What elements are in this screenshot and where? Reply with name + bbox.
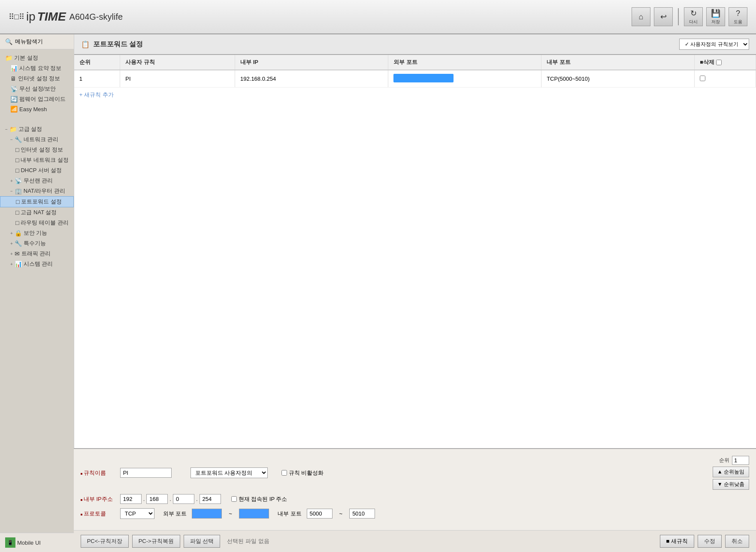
security-label: 보안 기능 [24,229,48,237]
internal-port-end[interactable] [349,509,375,519]
file-select-button[interactable]: 파일 선택 [184,535,221,548]
checkbox-icon5: □ [15,209,19,216]
lock-icon: 🔒 [15,230,22,237]
help-button[interactable]: ? 도움 [729,7,747,26]
checkbox-icon2: □ [15,157,19,164]
plus-icon: + [10,179,13,183]
search-icon: 🔍 [5,38,12,45]
sidebar-item-easy-mesh[interactable]: 📶 Easy Mesh [0,104,74,114]
cancel-button[interactable]: 취소 [725,535,749,548]
disable-rule-label: 규칙 비활성화 [281,469,324,477]
sidebar-item-port-forwarding[interactable]: □ 포트포워드 설정 [0,196,74,207]
ip-dot-2: . [169,496,171,502]
sidebar-item-advanced-nat[interactable]: □ 고급 NAT 설정 [0,207,74,218]
sidebar-item-network-mgmt[interactable]: − 🔧 네트워크 관리 [0,134,74,145]
folder-icon: 📁 [5,55,12,61]
sidebar-item-internet-settings[interactable]: □ 인터넷 설정 정보 [0,145,74,155]
ip-part-1[interactable] [120,494,142,504]
sidebar-item-basic-settings[interactable]: 📁 기본 설정 [0,53,74,63]
sidebar-item-wireless-security[interactable]: 📡 무선 설정/보안 [0,84,74,94]
sidebar-item-system-summary[interactable]: 📊 시스템 요약 정보 [0,63,74,73]
logo-model: A604G-skylife [70,12,123,22]
external-port-start[interactable] [192,509,222,519]
save-to-pc-button[interactable]: PC<-규칙저장 [81,535,129,548]
network-mgmt-label: 네트워크 관리 [24,136,59,143]
port-tilde-2: ~ [339,510,343,517]
sidebar-item-system-mgmt[interactable]: + 📊 시스템 관리 [0,259,74,269]
basic-settings-section: 📁 기본 설정 📊 시스템 요약 정보 🖥 인터넷 설정 정보 📡 무선 설정/… [0,53,74,114]
bottom-form: 규칙이름 포트포워드 사용자정의 규칙 비활성화 순위 ▲ [74,448,756,530]
special-label: 특수기능 [24,240,46,247]
checkbox-icon6: □ [15,219,19,226]
rule-name-input[interactable] [120,468,172,478]
sidebar-item-dhcp[interactable]: □ DHCP 서버 설정 [0,165,74,176]
priority-input[interactable] [732,456,749,465]
save-icon: 💾 [711,9,720,18]
protocol-select[interactable]: TCP [120,508,154,519]
sidebar-item-wireless-lan[interactable]: + 📡 무선랜 관리 [0,176,74,186]
help-label: 도움 [734,19,742,25]
current-ip-checkbox[interactable] [231,496,237,502]
ip-part-3[interactable] [173,494,194,504]
mobile-icon: 📱 [5,537,15,548]
save-button[interactable]: 💾 저장 [706,7,725,26]
ip-part-2[interactable] [146,494,168,504]
cell-internal-ip: 192.168.0.254 [235,70,388,88]
current-ip-text: 현재 접속된 IP 주소 [239,495,287,503]
disable-rule-checkbox[interactable] [281,470,287,476]
ip-dot-1: . [143,496,145,502]
logout-button[interactable]: ↩ [654,7,673,26]
priority-up-button[interactable]: ▲ 순위높임 [713,467,749,477]
ip-part-4[interactable] [200,494,221,504]
table-area: 순위 사용자 규칙 내부 IP 외부 포트 내부 포트 ■삭제 [74,55,756,102]
checkbox-icon: □ [15,146,19,153]
sidebar-item-security[interactable]: + 🔒 보안 기능 [0,228,74,238]
home-button[interactable]: ⌂ [632,7,650,26]
mobile-ui-label: Mobile UI [17,540,41,546]
delete-col-label: ■삭제 [700,58,714,66]
port-forwarding-label: 포트포워드 설정 [21,198,62,206]
cell-internal-port: TCP(5000~5010) [541,70,695,88]
sidebar-item-internet-info[interactable]: 🖥 인터넷 설정 정보 [0,73,74,84]
internal-port-start[interactable] [307,509,333,519]
sidebar-search-label: 메뉴탐색기 [15,38,43,45]
new-rule-button[interactable]: ■ 새규칙 [660,535,694,548]
priority-down-button[interactable]: ▼ 순위낮춤 [713,479,749,490]
sidebar-item-advanced-settings[interactable]: − 📁 고급 설정 [0,124,74,134]
mesh-icon: 📶 [10,106,18,112]
internet-info-label: 인터넷 설정 정보 [18,75,60,82]
sidebar-item-nat-router[interactable]: − 🏢 NAT/라우터 관리 [0,186,74,196]
minus-icon3: − [10,189,13,194]
ip-dot-3: . [196,496,198,502]
advanced-nat-label: 고급 NAT 설정 [21,209,57,216]
panel-title-icon: 📋 [81,40,90,49]
row-delete-checkbox[interactable] [700,76,705,81]
refresh-button[interactable]: ↻ 다시 [684,7,703,26]
file-name-label: 선택된 파일 없음 [224,537,272,545]
view-dropdown[interactable]: ✓ 사용자정의 규칙보기 [679,39,749,50]
sidebar-item-traffic[interactable]: + ✉ 트래픽 관리 [0,249,74,259]
home-icon: ⌂ [639,12,644,21]
table-row: 1 PI 192.168.0.254 TCP(5000~5010) [74,70,756,88]
restore-from-pc-button[interactable]: PC->규칙복원 [132,535,180,548]
logo-time: TIME [37,10,66,24]
logo-dots: ⠿□⠿ [9,12,24,21]
sidebar-item-firmware[interactable]: 🔄 펌웨어 업그레이드 [0,94,74,104]
rule-name-label: 규칙이름 [81,469,115,477]
traffic-label: 트래픽 관리 [21,250,51,258]
current-ip-label: 현재 접속된 IP 주소 [231,495,287,503]
wireless-security-label: 무선 설정/보안 [19,85,56,93]
sidebar-item-routing-table[interactable]: □ 라우팅 테이블 관리 [0,218,74,228]
port-type-select[interactable]: 포트포워드 사용자정의 [191,467,268,478]
external-port-label: 외부 포트 [163,510,187,518]
refresh-icon: ↻ [690,9,697,18]
internet-settings-label: 인터넷 설정 정보 [21,146,63,154]
advanced-settings-label: 고급 설정 [18,125,42,133]
external-port-end[interactable] [239,509,269,519]
add-rule-button[interactable]: + 새규칙 추가 [74,88,756,102]
sidebar-item-internal-network[interactable]: □ 내부 네트워크 설정 [0,155,74,165]
modify-button[interactable]: 수정 [698,535,722,548]
delete-all-checkbox[interactable] [716,60,722,65]
mobile-ui-button[interactable]: 📱 Mobile UI [0,533,74,552]
sidebar-item-special[interactable]: + 🔧 특수기능 [0,238,74,249]
